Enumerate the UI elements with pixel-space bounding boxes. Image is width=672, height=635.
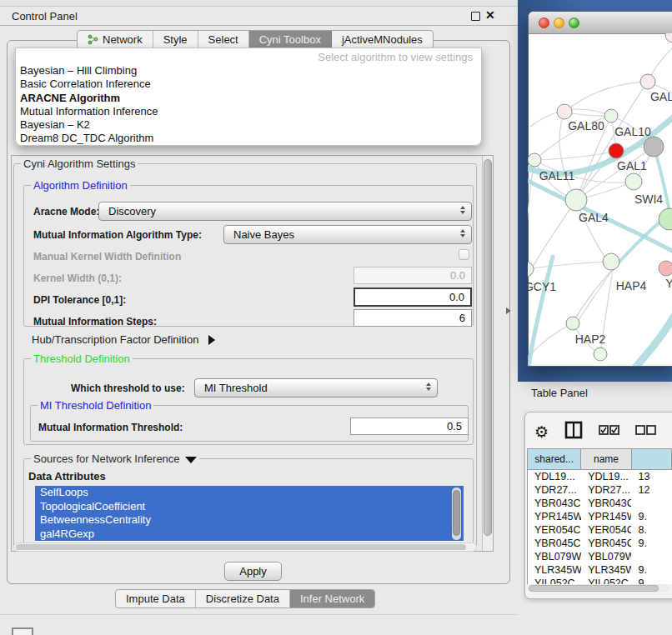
data-attribute-item[interactable]: TopologicalCoefficient: [35, 500, 464, 514]
mi-threshold-field[interactable]: 0.5: [350, 418, 469, 435]
close-icon[interactable]: ✕: [485, 8, 495, 22]
tab-cyni-toolbox[interactable]: Cyni Toolbox: [249, 31, 332, 48]
which-threshold-select[interactable]: MI Threshold: [194, 378, 438, 398]
data-attribute-item[interactable]: gal4RGexp: [35, 528, 464, 542]
list-vertical-scrollbar[interactable]: [452, 488, 461, 540]
table-cell[interactable]: YBL079W: [528, 550, 581, 563]
table-row[interactable]: YIL052CYIL052C9: [528, 577, 672, 584]
network-node[interactable]: [528, 262, 534, 277]
tab-infer-network[interactable]: Infer Network: [290, 590, 374, 608]
table-row[interactable]: YLR345WYLR345W9.: [528, 563, 672, 577]
network-canvas[interactable]: GALGAL80GAL10GAL1GAL11SWI4GAL4GCY1HAP4YH…: [528, 33, 672, 366]
table-cell[interactable]: [631, 497, 672, 510]
table-row[interactable]: YBL079WYBL079W: [528, 550, 672, 563]
table-cell[interactable]: YDL19...: [528, 470, 581, 483]
window-zoom-icon[interactable]: [569, 18, 579, 28]
dock-panel-icon[interactable]: [12, 628, 33, 635]
data-attribute-item[interactable]: BetweennessCentrality: [35, 513, 464, 528]
table-cell[interactable]: YER054C: [528, 523, 581, 537]
table-row[interactable]: YDL19...YDL19...13: [528, 470, 672, 483]
hub-definition-toggle[interactable]: Hub/Transcription Factor Definition: [32, 333, 215, 346]
table-cell[interactable]: YLR345W: [528, 563, 581, 577]
gear-icon[interactable]: ⚙: [534, 424, 549, 440]
scrollbar-thumb[interactable]: [529, 585, 659, 592]
table-cell[interactable]: YIL052C: [581, 577, 631, 584]
hide-columns-icon[interactable]: [635, 424, 656, 439]
dpi-tolerance-field[interactable]: 0.0: [354, 288, 472, 307]
show-columns-icon[interactable]: [599, 424, 619, 439]
data-attribute-item[interactable]: SelfLoops: [35, 486, 464, 500]
network-node[interactable]: [644, 137, 664, 157]
tab-style[interactable]: Style: [153, 31, 198, 48]
network-window-titlebar[interactable]: [529, 12, 672, 34]
table-cell[interactable]: YBR045C: [581, 537, 631, 550]
algorithm-option[interactable]: Dream8 DC_TDC Algorithm: [16, 132, 481, 145]
table-column-header[interactable]: name: [581, 449, 631, 470]
network-node[interactable]: [557, 104, 572, 119]
algorithm-option[interactable]: Mutual Information Inference: [16, 105, 481, 118]
table-cell[interactable]: 9.: [631, 510, 672, 523]
table-cell[interactable]: 8.: [631, 523, 672, 537]
table-cell[interactable]: YDL19...: [581, 470, 631, 483]
table-cell[interactable]: YER054C: [581, 523, 631, 537]
mi-type-select[interactable]: Naive Bayes: [223, 225, 472, 244]
scrollbar-thumb[interactable]: [484, 159, 492, 536]
network-node[interactable]: [609, 143, 624, 158]
network-node[interactable]: [594, 348, 607, 361]
float-window-icon[interactable]: [471, 12, 480, 21]
window-minimize-icon[interactable]: [554, 18, 564, 28]
window-close-icon[interactable]: [539, 18, 549, 28]
settings-horizontal-scrollbar[interactable]: [13, 542, 477, 552]
sources-group-title[interactable]: Sources for Network Inference: [31, 452, 199, 465]
table-cell[interactable]: YPR145W: [528, 510, 581, 523]
network-node[interactable]: [659, 261, 672, 276]
table-row[interactable]: YDR27...YDR27...12: [528, 483, 672, 497]
network-node[interactable]: [640, 74, 655, 89]
column-view-icon[interactable]: [564, 421, 583, 442]
table-cell[interactable]: [631, 550, 672, 563]
table-cell[interactable]: 13: [631, 470, 672, 483]
table-cell[interactable]: YDR27...: [528, 483, 581, 497]
table-cell[interactable]: 12: [631, 483, 672, 497]
table-cell[interactable]: YBR043C: [528, 497, 581, 510]
algorithm-option[interactable]: Bayesian – K2: [16, 118, 481, 132]
network-node[interactable]: [603, 253, 619, 270]
table-cell[interactable]: YPR145W: [581, 510, 631, 523]
settings-vertical-scrollbar[interactable]: [482, 156, 493, 551]
network-node[interactable]: [665, 33, 672, 42]
tab-network[interactable]: Network: [78, 31, 153, 48]
data-attributes-list[interactable]: SelfLoopsTopologicalCoefficientBetweenne…: [35, 486, 464, 542]
tab-jactivemnodules[interactable]: jActiveMNodules: [332, 31, 433, 48]
mi-steps-field[interactable]: 6: [354, 309, 472, 327]
table-cell[interactable]: YIL052C: [528, 577, 581, 584]
network-node[interactable]: [566, 317, 579, 330]
network-node[interactable]: [659, 208, 672, 230]
table-column-header[interactable]: [632, 449, 672, 470]
network-node[interactable]: [528, 153, 541, 167]
table-cell[interactable]: YBL079W: [581, 550, 631, 563]
table-row[interactable]: YPR145WYPR145W9.: [528, 510, 672, 523]
table-cell[interactable]: YBR045C: [528, 537, 581, 550]
table-cell[interactable]: 9.: [631, 563, 672, 577]
network-node[interactable]: [604, 109, 618, 122]
algorithm-option[interactable]: Bayesian – Hill Climbing: [16, 64, 481, 78]
network-node[interactable]: [565, 189, 587, 211]
algorithm-option[interactable]: ARACNE Algorithm: [16, 92, 481, 105]
apply-button[interactable]: Apply: [224, 562, 282, 581]
table-cell[interactable]: YBR043C: [581, 497, 631, 510]
scrollbar-thumb[interactable]: [16, 544, 466, 550]
tab-discretize-data[interactable]: Discretize Data: [196, 590, 290, 608]
table-row[interactable]: YBR045CYBR045C9.: [528, 537, 672, 550]
table-column-header[interactable]: shared...: [528, 449, 581, 470]
table-cell[interactable]: YLR345W: [581, 563, 631, 577]
table-cell[interactable]: 9.: [631, 537, 672, 550]
table-horizontal-scrollbar[interactable]: [528, 584, 669, 592]
aracne-mode-select[interactable]: Discovery: [98, 202, 472, 221]
network-node[interactable]: [625, 173, 642, 190]
panel-divider-handle[interactable]: [506, 308, 511, 314]
tab-select[interactable]: Select: [198, 31, 249, 48]
table-row[interactable]: YER054CYER054C8.: [528, 523, 672, 537]
table-cell[interactable]: YDR27...: [581, 483, 631, 497]
tab-impute-data[interactable]: Impute Data: [116, 590, 196, 608]
manual-kernel-checkbox[interactable]: [459, 249, 469, 260]
